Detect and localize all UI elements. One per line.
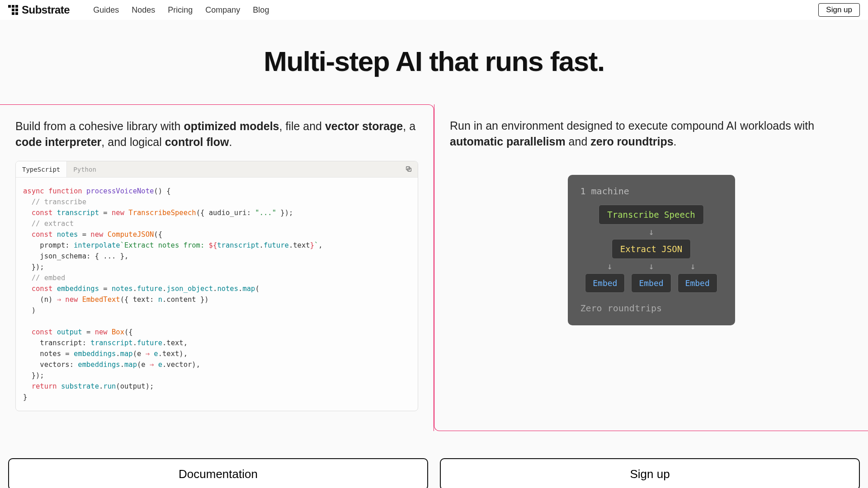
nav-pricing[interactable]: Pricing (168, 5, 193, 15)
panel-build: Build from a cohesive library with optim… (0, 104, 434, 431)
brand-logo[interactable]: Substrate (8, 4, 70, 16)
panel-run-text: Run in an environment designed to execut… (450, 118, 853, 150)
brand-name: Substrate (22, 4, 70, 16)
arrow-down-icon: ↓ (648, 226, 654, 237)
arrow-down-icon: ↓ (648, 261, 654, 272)
diagram: 1 machine Transcribe Speech ↓ Extract JS… (568, 175, 735, 325)
tab-typescript[interactable]: TypeScript (16, 161, 67, 177)
arrow-down-icon: ↓ (607, 261, 612, 272)
diagram-node-extract: Extract JSON (612, 239, 691, 259)
nav-guides[interactable]: Guides (93, 5, 119, 15)
nav-links: Guides Nodes Pricing Company Blog (93, 5, 269, 15)
nav-nodes[interactable]: Nodes (132, 5, 155, 15)
documentation-button[interactable]: Documentation (8, 458, 428, 488)
copy-icon[interactable] (405, 165, 412, 174)
hero-title: Multi-step AI that runs fast. (0, 45, 868, 77)
tab-python[interactable]: Python (67, 161, 103, 177)
code-card: TypeScript Python async function process… (15, 161, 418, 411)
nav-company[interactable]: Company (205, 5, 240, 15)
signup-button[interactable]: Sign up (440, 458, 860, 488)
logo-icon (8, 5, 18, 15)
diagram-node-transcribe: Transcribe Speech (599, 205, 703, 225)
diagram-node-embed: Embed (585, 273, 625, 293)
diagram-title: 1 machine (580, 186, 722, 197)
diagram-footer: Zero roundtrips (580, 303, 722, 314)
diagram-node-embed: Embed (678, 273, 717, 293)
signup-button-nav[interactable]: Sign up (818, 3, 860, 17)
panel-run: Run in an environment designed to execut… (434, 104, 868, 431)
diagram-node-embed: Embed (631, 273, 671, 293)
panel-build-text: Build from a cohesive library with optim… (15, 118, 418, 150)
code-body: async function processVoiceNote() { // t… (16, 178, 418, 411)
nav-blog[interactable]: Blog (253, 5, 269, 15)
arrow-down-icon: ↓ (690, 261, 696, 272)
